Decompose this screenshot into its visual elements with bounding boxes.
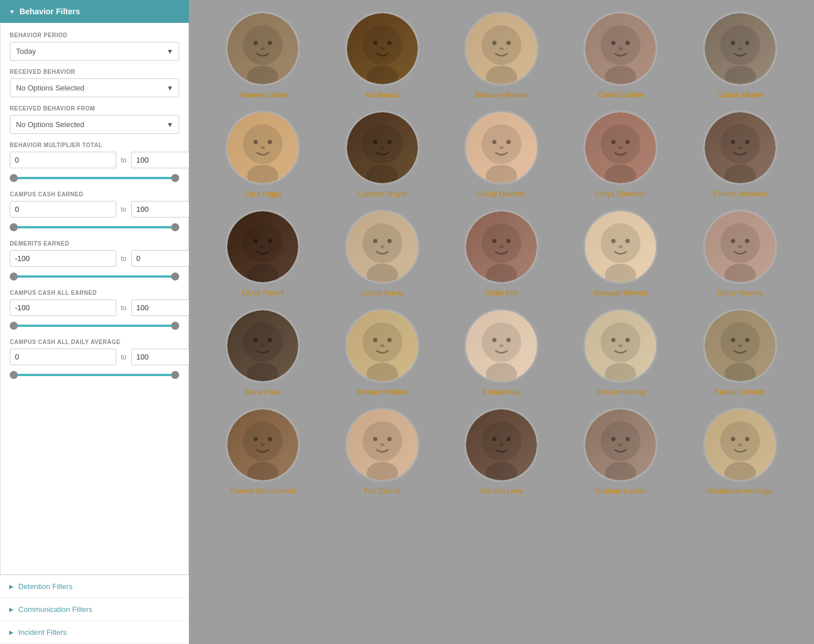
student-card[interactable]: Esmay Kay bbox=[445, 309, 558, 396]
campus-cash-earned-label: CAMPUS CASH EARNED bbox=[10, 191, 179, 197]
student-avatar bbox=[464, 110, 539, 185]
campus-cash-all-earned-min[interactable] bbox=[10, 299, 116, 316]
behavior-multiplier-thumb-left[interactable] bbox=[10, 174, 18, 182]
student-card[interactable]: Clyde Ferrell bbox=[206, 210, 319, 297]
student-card[interactable]: Cecily Davison bbox=[445, 110, 558, 198]
student-card[interactable]: Callum Mckee bbox=[683, 11, 797, 99]
avatar-face bbox=[585, 310, 656, 381]
student-card[interactable]: Caleb Guthrie bbox=[564, 11, 677, 99]
campus-cash-daily-avg-thumb-left[interactable] bbox=[10, 371, 18, 379]
campus-cash-earned-thumb-right[interactable] bbox=[171, 223, 179, 231]
campus-cash-all-earned-thumb-right[interactable] bbox=[171, 322, 179, 330]
svg-point-8 bbox=[380, 48, 384, 50]
svg-point-62 bbox=[507, 239, 511, 243]
student-card[interactable]: Eva Armstrong bbox=[564, 309, 677, 396]
behavior-multiplier-slider[interactable] bbox=[10, 173, 179, 183]
demerits-earned-min[interactable] bbox=[10, 250, 116, 267]
face-svg bbox=[347, 409, 418, 480]
behavior-period-select[interactable]: Today This Week This Month Custom bbox=[10, 42, 179, 61]
student-avatar bbox=[703, 309, 777, 383]
avatar-face bbox=[466, 112, 537, 183]
student-card[interactable]: Gordon Levy bbox=[445, 408, 558, 495]
student-card[interactable]: Arianne Clarke bbox=[206, 11, 319, 99]
student-card[interactable]: Codie Kirk bbox=[445, 210, 558, 297]
campus-cash-earned-thumb-left[interactable] bbox=[10, 223, 18, 231]
campus-cash-all-earned-thumb-left[interactable] bbox=[10, 322, 18, 330]
svg-point-38 bbox=[499, 147, 503, 149]
campus-cash-earned-track bbox=[10, 226, 179, 228]
svg-point-24 bbox=[725, 66, 756, 84]
incident-filters-arrow-icon: ▶ bbox=[9, 629, 14, 635]
student-card[interactable]: Cara Higgs bbox=[206, 110, 319, 198]
behavior-filters-header[interactable]: ▼ Behavior Filters bbox=[0, 0, 189, 23]
student-avatar bbox=[226, 110, 300, 185]
student-card[interactable]: Axl Munaz bbox=[325, 11, 438, 99]
svg-point-87 bbox=[507, 338, 511, 342]
incident-filters-item[interactable]: ▶ Incident Filters bbox=[0, 621, 189, 644]
received-behavior-from-label: RECEIVED BEHAVIOR FROM bbox=[10, 105, 179, 112]
behavior-multiplier-range-row: to bbox=[10, 152, 179, 168]
demerits-earned-thumb-right[interactable] bbox=[171, 272, 179, 280]
student-name: Cecily Davison bbox=[477, 189, 526, 198]
behavior-multiplier-thumb-right[interactable] bbox=[171, 174, 179, 182]
student-card[interactable]: Graham Lucero bbox=[564, 408, 677, 495]
svg-point-75 bbox=[243, 322, 282, 362]
svg-point-65 bbox=[601, 223, 641, 263]
student-card[interactable]: Blossom Beattie bbox=[445, 11, 558, 99]
received-behavior-select[interactable]: No Options Selected bbox=[10, 78, 179, 97]
student-card[interactable]: Farhan Schultz bbox=[683, 309, 797, 396]
received-behavior-from-select[interactable]: No Options Selected bbox=[10, 115, 179, 134]
student-avatar bbox=[464, 408, 539, 482]
student-card[interactable]: Edward Robles bbox=[325, 309, 438, 396]
student-card[interactable]: Codey Burris bbox=[325, 210, 438, 297]
detention-filters-item[interactable]: ▶ Detention Filters bbox=[0, 575, 189, 598]
svg-point-54 bbox=[247, 264, 279, 282]
svg-point-80 bbox=[362, 322, 402, 362]
face-svg bbox=[585, 409, 656, 480]
detention-filters-arrow-icon: ▶ bbox=[9, 583, 14, 590]
student-card[interactable]: Hadassah Armitage bbox=[683, 408, 797, 495]
student-card[interactable]: Darcy Meyers bbox=[683, 210, 797, 297]
svg-point-92 bbox=[626, 338, 630, 342]
svg-point-114 bbox=[486, 462, 517, 480]
face-svg bbox=[227, 211, 298, 282]
campus-cash-daily-avg-min[interactable] bbox=[10, 349, 116, 365]
svg-point-60 bbox=[481, 223, 521, 263]
student-name: Cassidy Smyth bbox=[357, 189, 407, 198]
demerits-earned-thumb-left[interactable] bbox=[10, 272, 18, 280]
campus-cash-earned-min[interactable] bbox=[10, 201, 116, 218]
campus-cash-all-earned-slider[interactable] bbox=[10, 321, 179, 331]
svg-point-99 bbox=[725, 363, 756, 381]
campus-cash-daily-avg-slider[interactable] bbox=[10, 370, 179, 380]
avatar-face bbox=[705, 310, 776, 381]
student-name: Caleb Guthrie bbox=[598, 90, 643, 99]
face-svg bbox=[585, 112, 656, 183]
student-card[interactable]: Forrest Mohammed bbox=[206, 408, 319, 495]
communication-filters-item[interactable]: ▶ Communication Filters bbox=[0, 598, 189, 621]
svg-point-56 bbox=[373, 239, 377, 243]
campus-cash-daily-avg-thumb-right[interactable] bbox=[171, 371, 179, 379]
student-card[interactable]: Danyaal Stewart bbox=[564, 210, 677, 297]
svg-point-123 bbox=[738, 444, 742, 447]
demerits-earned-label: DEMERITS EARNED bbox=[10, 240, 179, 247]
student-avatar bbox=[583, 210, 658, 284]
svg-point-48 bbox=[738, 147, 742, 149]
student-card[interactable]: Cerys Emerson bbox=[564, 110, 677, 198]
face-svg bbox=[705, 13, 776, 84]
student-card[interactable]: Chante Wickens bbox=[683, 110, 797, 198]
campus-cash-earned-slider[interactable] bbox=[10, 222, 179, 232]
student-card[interactable]: Drew Pace bbox=[206, 309, 319, 396]
incident-filters-label: Incident Filters bbox=[18, 628, 67, 637]
student-avatar bbox=[703, 11, 777, 86]
student-card[interactable]: Cassidy Smyth bbox=[325, 110, 438, 198]
student-name: Eva Armstrong bbox=[596, 388, 645, 396]
behavior-multiplier-min[interactable] bbox=[10, 152, 116, 168]
face-svg bbox=[466, 112, 537, 183]
campus-cash-all-earned-range-row: to bbox=[10, 299, 179, 316]
svg-point-113 bbox=[499, 444, 503, 447]
svg-point-53 bbox=[260, 246, 264, 248]
avatar-face bbox=[347, 211, 418, 282]
demerits-earned-slider[interactable] bbox=[10, 271, 179, 282]
student-card[interactable]: Fox Carroll bbox=[325, 408, 438, 495]
svg-point-47 bbox=[745, 140, 749, 144]
